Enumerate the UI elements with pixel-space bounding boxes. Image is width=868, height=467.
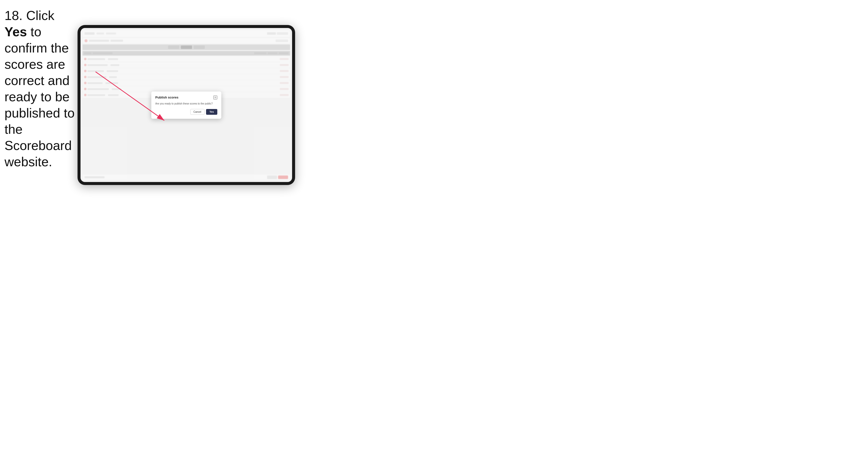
cancel-button[interactable]: Cancel: [190, 109, 205, 115]
dialog-header: Publish scores ×: [155, 95, 217, 99]
dialog-title: Publish scores: [155, 95, 178, 99]
tablet-screen: Publish scores × Are you ready to publis…: [81, 28, 292, 182]
yes-button[interactable]: Yes: [206, 109, 217, 115]
dialog-footer: Cancel Yes: [155, 109, 217, 115]
dialog-close-button[interactable]: ×: [213, 95, 217, 99]
dialog-body-text: Are you ready to publish these scores to…: [155, 102, 217, 105]
publish-scores-dialog: Publish scores × Are you ready to publis…: [151, 92, 221, 119]
dialog-overlay: Publish scores × Are you ready to publis…: [81, 28, 292, 182]
tablet-device: Publish scores × Are you ready to publis…: [78, 25, 295, 185]
instruction-text: 18. Click Yes to confirm the scores are …: [4, 7, 77, 170]
